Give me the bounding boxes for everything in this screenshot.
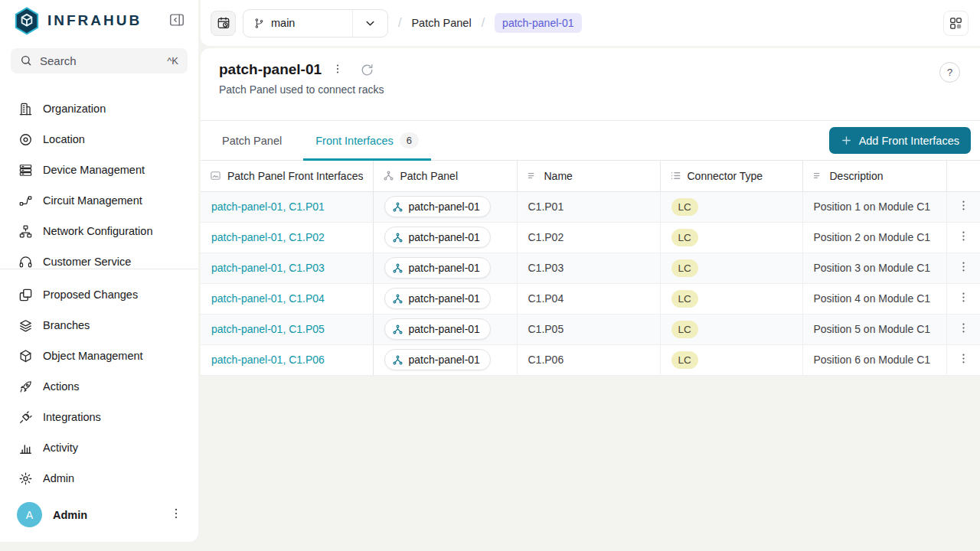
logo-row: INFRAHUB [0,0,198,42]
row-actions-button[interactable] [954,197,972,216]
column-header-patch-panel-front-interfaces[interactable]: Patch Panel Front Interfaces [201,161,373,191]
interface-link[interactable]: patch-panel-01, C1.P03 [211,262,325,274]
interface-link[interactable]: patch-panel-01, C1.P06 [211,354,325,366]
interface-link[interactable]: patch-panel-01, C1.P01 [211,201,325,213]
column-header-name[interactable]: Name [517,161,660,191]
hierarchy-icon [392,293,403,305]
interface-link[interactable]: patch-panel-01, C1.P02 [211,231,325,243]
sidebar-item-label: Organization [43,103,106,115]
sidebar-item-device-management[interactable]: Device Management [0,155,198,185]
patch-panel-pill[interactable]: patch-panel-01 [384,349,491,370]
hierarchy-icon [392,262,403,274]
column-header-label: Patch Panel [400,170,459,182]
plug-icon [18,410,33,425]
sidebar-item-label: Customer Service [43,256,131,268]
card-icon [210,170,221,181]
connector-type-badge: LC [671,290,698,308]
sidebar-item-label: Location [43,133,85,145]
time-travel-button[interactable] [211,11,236,36]
sidebar-menu-primary: OrganizationLocationDevice ManagementCir… [0,93,198,269]
object-menu-button[interactable] [331,63,345,77]
column-header-label: Connector Type [688,170,763,182]
sidebar-item-integrations[interactable]: Integrations [0,402,198,432]
description-cell: Position 4 on Module C1 [802,283,946,314]
search-shortcut: ^K [167,55,178,67]
sidebar-item-object-management[interactable]: Object Management [0,341,198,371]
dots-vertical-icon [332,63,344,75]
schema-visualizer-button[interactable] [943,11,969,36]
tab-count-badge: 6 [400,132,419,148]
patch-panel-pill[interactable]: patch-panel-01 [384,318,491,340]
sidebar-collapse-button[interactable] [168,11,186,30]
text-lines-icon [812,170,824,181]
building-icon [18,102,33,116]
interface-link[interactable]: patch-panel-01, C1.P05 [211,323,325,335]
sidebar-item-location[interactable]: Location [0,124,198,155]
schema-grid-icon [949,16,963,31]
sidebar-item-actions[interactable]: Actions [0,371,198,402]
help-button[interactable]: ? [939,62,960,83]
hierarchy-icon [383,170,394,181]
patch-panel-pill[interactable]: patch-panel-01 [384,227,491,248]
branch-selector-toggle[interactable] [353,17,387,30]
row-actions-button[interactable] [954,259,972,277]
table-row: patch-panel-01, C1.P05patch-panel-01C1.P… [201,314,980,344]
column-header-description[interactable]: Description [802,161,946,191]
branch-selector[interactable]: main [243,9,388,37]
name-cell: C1.P02 [517,222,660,253]
sidebar-item-label: Admin [43,472,74,484]
row-actions-button[interactable] [954,350,972,369]
row-actions-button[interactable] [954,320,972,338]
sidebar-item-admin[interactable]: Admin [0,463,198,494]
sidebar-item-label: Branches [43,319,90,331]
table-row: patch-panel-01, C1.P04patch-panel-01C1.P… [201,283,980,314]
description-cell: Position 1 on Module C1 [802,191,946,222]
sidebar-item-network-configuration[interactable]: Network Configuration [0,216,198,246]
user-row: A Admin [0,494,198,536]
git-branch-icon [253,18,265,29]
branch-selector-value[interactable]: main [243,17,352,29]
user-menu-button[interactable] [168,507,185,523]
breadcrumb-section[interactable]: Patch Panel [411,17,471,29]
name-cell: C1.P06 [517,344,660,375]
patch-panel-pill[interactable]: patch-panel-01 [384,257,491,279]
sidebar: INFRAHUB Search ^K OrganizationLocationD… [0,0,198,542]
connector-type-badge: LC [671,259,698,277]
refresh-button[interactable] [360,63,374,77]
sidebar-item-label: Device Management [43,164,145,176]
tab-label: Patch Panel [222,135,282,147]
branch-name: main [271,17,295,29]
sidebar-item-label: Network Configuration [43,225,152,237]
add-front-interfaces-button[interactable]: Add Front Interfaces [829,127,971,154]
sidebar-item-branches[interactable]: Branches [0,310,198,341]
brand-name: INFRAHUB [47,12,160,29]
tab-front-interfaces[interactable]: Front Interfaces6 [303,121,431,160]
sidebar-item-activity[interactable]: Activity [0,432,198,463]
hierarchy-icon [392,232,403,243]
breadcrumb-current[interactable]: patch-panel-01 [495,13,581,33]
tab-label: Front Interfaces [315,135,394,147]
dots-vertical-icon [957,321,970,334]
column-header-patch-panel[interactable]: Patch Panel [373,161,517,191]
patch-panel-pill-label: patch-panel-01 [409,201,480,213]
description-cell: Position 6 on Module C1 [802,344,946,375]
search-input[interactable]: Search ^K [11,48,188,73]
tab-patch-panel[interactable]: Patch Panel [210,121,294,160]
row-actions-button[interactable] [954,289,972,308]
user-name: Admin [53,509,157,521]
interface-link[interactable]: patch-panel-01, C1.P04 [211,292,325,305]
sidebar-item-label: Proposed Changes [43,289,138,301]
patch-panel-pill[interactable]: patch-panel-01 [384,288,491,309]
page-subtitle: Patch Panel used to connect racks [219,83,962,96]
sidebar-item-label: Integrations [43,411,101,423]
row-actions-button[interactable] [954,228,972,246]
patch-panel-pill[interactable]: patch-panel-01 [384,196,491,217]
sidebar-item-organization[interactable]: Organization [0,93,198,124]
sidebar-item-proposed-changes[interactable]: Proposed Changes [0,279,198,310]
name-cell: C1.P05 [517,314,660,344]
sidebar-item-circuit-management[interactable]: Circuit Management [0,185,198,216]
sidebar-item-customer-service[interactable]: Customer Service [0,246,198,269]
text-lines-icon [527,170,538,181]
column-header-connector-type[interactable]: Connector Type [660,161,802,191]
dots-vertical-icon [957,352,970,365]
